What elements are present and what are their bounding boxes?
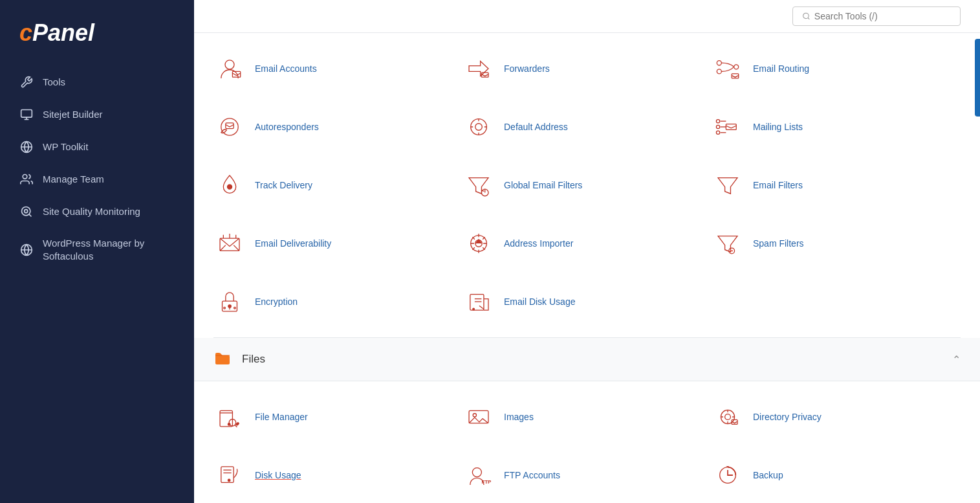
wordpress-icon xyxy=(19,140,34,154)
logo-area: cPanel xyxy=(0,13,194,66)
spam-filters-icon xyxy=(712,227,744,260)
right-accent-bar xyxy=(975,39,980,117)
svg-point-29 xyxy=(227,184,232,189)
content-area: Email Accounts Forwarders xyxy=(194,33,980,503)
svg-rect-62 xyxy=(221,467,234,483)
svg-point-16 xyxy=(734,65,739,69)
global-email-filters-icon xyxy=(463,169,495,201)
svg-point-66 xyxy=(472,468,481,477)
svg-line-6 xyxy=(29,214,32,217)
tool-disk-usage[interactable]: Disk Usage xyxy=(213,446,463,503)
svg-point-23 xyxy=(716,125,719,128)
svg-rect-0 xyxy=(21,110,32,118)
address-importer-label: Address Importer xyxy=(504,238,573,249)
svg-point-44 xyxy=(228,305,231,307)
tool-email-routing[interactable]: Email Routing xyxy=(712,39,961,98)
svg-point-14 xyxy=(717,61,721,65)
svg-point-21 xyxy=(475,124,483,131)
wordpress2-icon xyxy=(19,243,34,257)
tool-images[interactable]: Images xyxy=(463,388,712,446)
sidebar-item-label-sitequality: Site Quality Monitoring xyxy=(43,205,140,218)
svg-point-58 xyxy=(473,414,476,417)
svg-line-34 xyxy=(220,245,226,251)
ftp-accounts-label: FTP Accounts xyxy=(504,469,560,481)
files-tools-grid: File Manager Images xyxy=(213,381,961,503)
wrench-icon xyxy=(19,75,34,89)
svg-point-24 xyxy=(716,131,719,134)
tool-email-accounts[interactable]: Email Accounts xyxy=(213,39,463,98)
disk-usage-icon xyxy=(213,459,246,491)
sidebar-item-sitejet[interactable]: Sitejet Builder xyxy=(0,98,194,131)
tool-autoresponders[interactable]: Autoresponders xyxy=(213,98,463,156)
files-section-header[interactable]: Files ⌃ xyxy=(194,338,980,381)
tool-spam-filters[interactable]: Spam Filters xyxy=(712,214,961,273)
tool-email-disk-usage[interactable]: Email Disk Usage xyxy=(463,273,712,331)
svg-point-49 xyxy=(473,308,475,310)
tool-email-deliverability[interactable]: Email Deliverability xyxy=(213,214,463,273)
tool-address-importer[interactable]: Address Importer xyxy=(463,214,712,273)
svg-line-31 xyxy=(483,190,484,192)
email-deliverability-label: Email Deliverability xyxy=(255,238,331,249)
directory-privacy-label: Directory Privacy xyxy=(753,411,822,423)
tool-backup[interactable]: Backup xyxy=(712,446,961,503)
svg-point-22 xyxy=(716,120,719,123)
email-routing-icon xyxy=(712,52,744,85)
spam-filters-label: Spam Filters xyxy=(753,238,804,249)
forwarders-icon xyxy=(463,52,495,85)
svg-line-10 xyxy=(808,17,809,19)
images-icon xyxy=(463,401,495,433)
sidebar-item-wpmanager[interactable]: WordPress Manager by Softaculous xyxy=(0,228,194,271)
users-icon xyxy=(19,172,34,186)
default-address-icon xyxy=(463,111,495,143)
svg-point-5 xyxy=(22,207,30,216)
chevron-up-icon[interactable]: ⌃ xyxy=(952,353,961,366)
file-manager-label: File Manager xyxy=(255,411,308,423)
svg-point-15 xyxy=(717,69,721,74)
sidebar-item-sitequality[interactable]: Site Quality Monitoring xyxy=(0,196,194,228)
files-section: File Manager Images xyxy=(213,381,961,503)
sidebar-item-label-wptoolkit: WP Toolkit xyxy=(43,140,88,153)
svg-rect-56 xyxy=(236,422,239,425)
track-delivery-label: Track Delivery xyxy=(255,179,312,191)
tool-encryption[interactable]: Encryption xyxy=(213,273,463,331)
tool-default-address[interactable]: Default Address xyxy=(463,98,712,156)
default-address-label: Default Address xyxy=(504,121,568,133)
svg-point-11 xyxy=(225,60,234,69)
email-deliverability-icon xyxy=(213,227,246,260)
sidebar-item-tools[interactable]: Tools xyxy=(0,66,194,98)
sidebar-item-label-sitejet: Sitejet Builder xyxy=(43,108,103,121)
search-tools-wrap[interactable] xyxy=(792,6,961,26)
tool-track-delivery[interactable]: Track Delivery xyxy=(213,156,463,214)
images-label: Images xyxy=(504,411,534,423)
search-icon xyxy=(802,12,811,21)
svg-point-7 xyxy=(25,210,28,213)
tool-ftp-accounts[interactable]: FTP FTP Accounts xyxy=(463,446,712,503)
tool-mailing-lists[interactable]: Mailing Lists xyxy=(712,98,961,156)
sidebar-item-manageteam[interactable]: Manage Team xyxy=(0,163,194,196)
svg-point-20 xyxy=(471,119,487,135)
sidebar-item-label-tools: Tools xyxy=(43,76,65,89)
svg-point-4 xyxy=(23,175,27,179)
backup-label: Backup xyxy=(753,469,783,481)
svg-text:FTP: FTP xyxy=(481,479,491,485)
sidebar-item-wptoolkit[interactable]: WP Toolkit xyxy=(0,131,194,163)
search-input[interactable] xyxy=(814,11,951,21)
svg-point-65 xyxy=(228,479,230,482)
tool-email-filters[interactable]: Email Filters xyxy=(712,156,961,214)
cpanel-logo: cPanel xyxy=(19,19,175,47)
tool-directory-privacy[interactable]: Directory Privacy xyxy=(712,388,961,446)
search-circle-icon xyxy=(19,205,34,219)
file-manager-icon xyxy=(213,401,246,433)
autoresponders-label: Autoresponders xyxy=(255,121,319,133)
tool-forwarders[interactable]: Forwarders xyxy=(463,39,712,98)
sidebar: cPanel Tools Sitejet Builder WP Toolkit xyxy=(0,0,194,503)
tool-file-manager[interactable]: File Manager xyxy=(213,388,463,446)
autoresponders-icon xyxy=(213,111,246,143)
email-disk-usage-icon xyxy=(463,285,495,318)
folder-icon xyxy=(213,350,233,369)
sidebar-item-label-manageteam: Manage Team xyxy=(43,173,104,186)
ftp-accounts-icon: FTP xyxy=(463,459,495,491)
top-bar xyxy=(194,0,980,33)
tool-global-email-filters[interactable]: Global Email Filters xyxy=(463,156,712,214)
disk-usage-label: Disk Usage xyxy=(255,469,301,481)
